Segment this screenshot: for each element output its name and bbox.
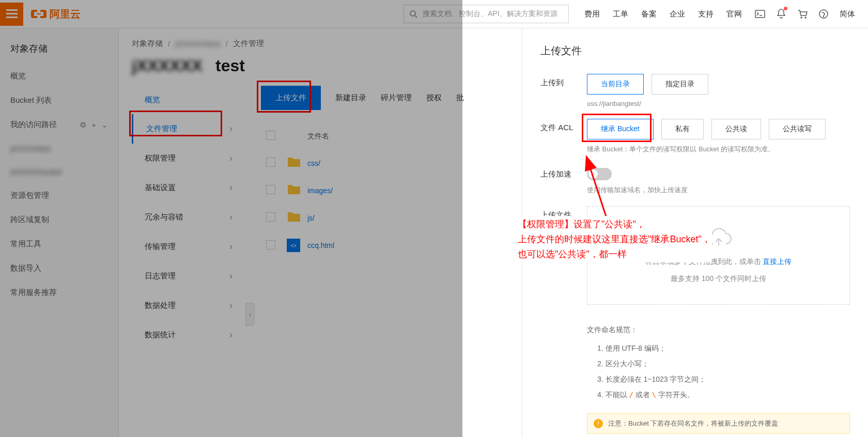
upload-path: oss://jianbangtest/ <box>587 100 850 107</box>
folder-icon <box>287 157 301 168</box>
file-name[interactable]: js/ <box>307 214 315 222</box>
sidebar-item-label: 我的访问路径 <box>10 120 57 130</box>
global-search[interactable]: 搜索文档、控制台、API、解决方案和资源 <box>404 5 569 23</box>
sidebar-item-import[interactable]: 数据导入 <box>0 256 118 280</box>
highlight-box-acl <box>582 114 652 142</box>
folder-icon <box>287 211 301 223</box>
select-all-checkbox[interactable] <box>266 131 275 140</box>
rules-title: 文件命名规范： <box>587 325 850 335</box>
option-acl-publicread[interactable]: 公共读 <box>711 119 761 139</box>
sidebar-item-mypath[interactable]: 我的访问路径 ⚙ + ⌄ <box>0 113 118 137</box>
cloudshell-icon[interactable] <box>755 10 765 18</box>
sidebar-bucket-1[interactable]: jXXXXXtest <box>0 137 118 160</box>
nav-fees[interactable]: 费用 <box>584 9 600 19</box>
svg-rect-0 <box>6 9 18 11</box>
chevron-right-icon: › <box>229 212 233 223</box>
sidebar-bucket-2[interactable]: jXXXXXXucket <box>0 160 118 183</box>
bell-icon[interactable] <box>777 8 786 20</box>
bucket-menu-stats[interactable]: 数据统计› <box>132 320 245 350</box>
highlight-box-upload <box>257 81 311 113</box>
row-checkbox[interactable] <box>266 212 275 222</box>
svg-point-7 <box>805 17 806 18</box>
svg-point-6 <box>801 17 802 18</box>
option-specify-dir[interactable]: 指定目录 <box>652 74 708 95</box>
svg-rect-1 <box>6 13 18 14</box>
annotation-note: 【权限管理】设置了"公共读"， 上传文件的时候建议这里直接选"继承Bucket"… <box>517 216 712 262</box>
row-checkbox[interactable] <box>266 158 275 167</box>
cart-icon[interactable] <box>797 9 808 19</box>
sidebar-item-resource[interactable]: 资源包管理 <box>0 183 118 208</box>
svg-line-4 <box>415 15 417 18</box>
sidebar-item-bucketlist[interactable]: Bucket 列表 <box>0 88 118 113</box>
naming-rules: 文件命名规范： 1. 使用 UTF-8 编码； 2. 区分大小写； 3. 长度必… <box>587 318 850 403</box>
bucket-menu-logs[interactable]: 日志管理› <box>132 261 245 291</box>
sidebar-item-replication[interactable]: 跨区域复制 <box>0 208 118 232</box>
col-filename: 文件名 <box>307 132 329 141</box>
overwrite-warning: ! 注意：Bucket 下若存在同名文件，将被新上传的文件覆盖 <box>587 413 850 434</box>
toolbar-batch[interactable]: 批 <box>456 93 464 103</box>
toolbar-auth[interactable]: 授权 <box>426 93 442 103</box>
dropzone-limit: 最多支持 100 个文件同时上传 <box>598 274 839 284</box>
nav-support[interactable]: 支持 <box>698 9 714 19</box>
gear-icon[interactable]: ⚙ <box>80 120 86 130</box>
sidebar-item-overview[interactable]: 概览 <box>0 64 118 88</box>
direct-upload-link[interactable]: 直接上传 <box>763 257 792 266</box>
warning-icon: ! <box>594 419 603 428</box>
sidebar-title: 对象存储 <box>0 36 118 64</box>
nav-icp[interactable]: 备案 <box>641 9 657 19</box>
sidebar-item-recommend[interactable]: 常用服务推荐 <box>0 280 118 305</box>
crumb-root[interactable]: 对象存储 <box>132 39 163 49</box>
bucket-menu-permissions[interactable]: 权限管理› <box>132 144 245 173</box>
top-icons: 简体 <box>755 8 855 20</box>
rule-item: 4. 不能以 / 或者 \ 字符开头。 <box>587 387 850 403</box>
svg-rect-2 <box>6 17 18 18</box>
option-current-dir[interactable]: 当前目录 <box>587 74 644 95</box>
folder-icon <box>287 184 301 195</box>
chevron-right-icon: › <box>229 300 233 311</box>
plus-icon[interactable]: + <box>91 120 96 130</box>
html-icon: <> <box>287 239 300 252</box>
chevron-right-icon: › <box>229 271 233 282</box>
toolbar-newfolder[interactable]: 新建目录 <box>335 93 366 103</box>
hamburger-menu[interactable] <box>0 3 23 26</box>
brand-logo[interactable]: 阿里云 <box>31 7 81 21</box>
nav-website[interactable]: 官网 <box>726 9 742 19</box>
file-name[interactable]: images/ <box>307 186 333 195</box>
rule-item: 2. 区分大小写； <box>587 356 850 372</box>
accel-toggle[interactable] <box>587 168 612 180</box>
crumb-bucket[interactable]: jXXXXXXtest <box>175 39 221 48</box>
bucket-menu-redundancy[interactable]: 冗余与容错› <box>132 202 245 232</box>
chevron-right-icon: › <box>229 241 233 252</box>
chevron-right-icon: › <box>229 123 233 134</box>
row-checkbox[interactable] <box>266 240 275 249</box>
bucket-menu-transfer[interactable]: 传输管理› <box>132 232 245 261</box>
top-nav: 费用 工单 备案 企业 支持 官网 <box>584 9 742 19</box>
nav-tickets[interactable]: 工单 <box>613 9 628 19</box>
topbar: 阿里云 搜索文档、控制台、API、解决方案和资源 费用 工单 备案 企业 支持 … <box>0 0 868 28</box>
option-acl-private[interactable]: 私有 <box>661 119 704 139</box>
file-name[interactable]: css/ <box>307 159 320 167</box>
chevron-right-icon: › <box>229 153 233 164</box>
svg-point-9 <box>824 17 824 17</box>
label-acl: 文件 ACL <box>540 119 587 154</box>
chevron-down-icon[interactable]: ⌄ <box>101 120 108 130</box>
accel-hint: 使用传输加速域名，加快上传速度 <box>587 185 850 195</box>
option-acl-publicrw[interactable]: 公共读写 <box>769 119 826 139</box>
nav-enterprise[interactable]: 企业 <box>670 9 685 19</box>
bucket-menu-dataprocess[interactable]: 数据处理› <box>132 291 245 320</box>
bucket-menu-overview[interactable]: 概览 <box>132 86 245 114</box>
label-accel: 上传加速 <box>540 165 587 195</box>
highlight-box-files <box>129 111 222 136</box>
file-name[interactable]: ccq.html <box>307 241 334 249</box>
help-icon[interactable] <box>819 9 828 19</box>
row-checkbox[interactable] <box>266 185 275 194</box>
lang-selector[interactable]: 简体 <box>840 9 855 19</box>
left-sidebar: 对象存储 概览 Bucket 列表 我的访问路径 ⚙ + ⌄ jXXXXXtes… <box>0 28 119 437</box>
toolbar-fragments[interactable]: 碎片管理 <box>381 93 412 103</box>
brand-text: 阿里云 <box>50 7 81 21</box>
sidebar-item-tools[interactable]: 常用工具 <box>0 232 118 256</box>
bucket-sidebar: 概览 文件管理› 权限管理› 基础设置› 冗余与容错› 传输管理› 日志管理› … <box>132 86 245 350</box>
bucket-menu-settings[interactable]: 基础设置› <box>132 173 245 202</box>
chevron-right-icon: › <box>229 330 233 340</box>
collapse-handle[interactable]: ‹ <box>245 303 255 326</box>
